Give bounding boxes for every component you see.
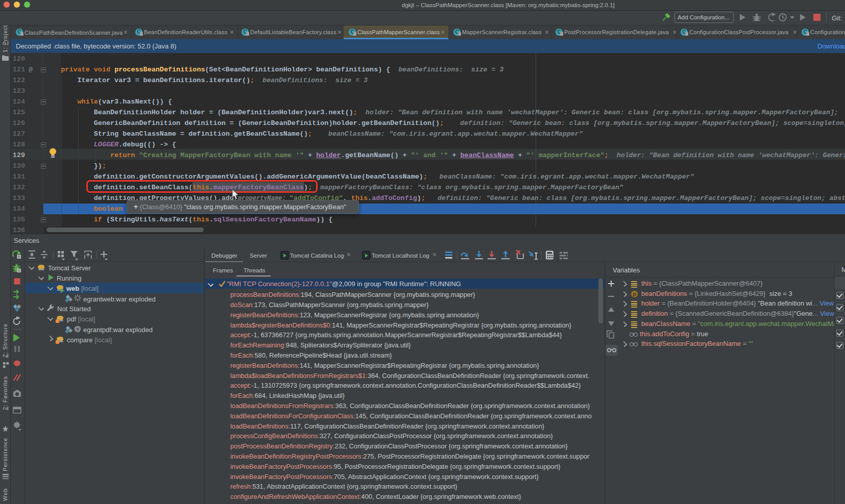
svg-text:?: ? — [76, 326, 79, 332]
